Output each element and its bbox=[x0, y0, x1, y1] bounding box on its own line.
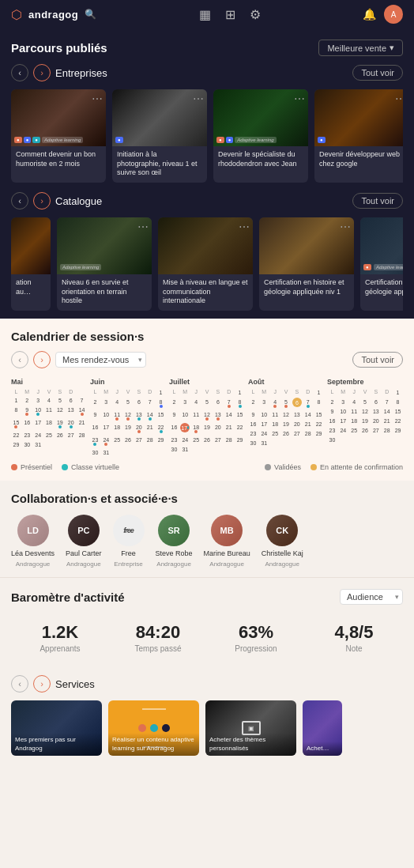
calendar-filter-select[interactable]: Mes rendez-vous bbox=[55, 352, 146, 368]
card-more-icon[interactable]: ⋯ bbox=[193, 92, 204, 105]
catalogue-label: Catalogue bbox=[55, 195, 102, 207]
tout-voir-entreprises[interactable]: Tout voir bbox=[352, 65, 403, 81]
collab-name: Christelle Kaj bbox=[262, 549, 303, 557]
card-more-icon[interactable]: ⋯ bbox=[239, 221, 250, 233]
legend-dot-virtuelle bbox=[62, 464, 68, 470]
avatar[interactable]: A bbox=[384, 5, 403, 24]
collab-avatar: CK bbox=[266, 515, 298, 546]
card-title: Devenir le spécialiste du rhododendron a… bbox=[218, 150, 303, 168]
card-title: Certification en histoire et géologie ap… bbox=[264, 278, 349, 296]
service-card-label: Achet… bbox=[303, 742, 342, 756]
calendar-filter-left: ‹ › Mes rendez-vous ▾ bbox=[11, 351, 146, 368]
card-item[interactable]: Mise à niveau en langue et communication… bbox=[158, 217, 253, 311]
entreprises-nav: ‹ › Entreprises Tout voir bbox=[11, 64, 403, 81]
collab-logo-container: free bbox=[113, 515, 145, 546]
service-card[interactable]: Réaliser un contenu adaptive learning su… bbox=[108, 700, 199, 756]
service-card[interactable]: Mes premiers pas sur Andragog bbox=[11, 700, 102, 756]
barometre-dropdown[interactable]: Audience bbox=[340, 589, 403, 605]
card-item[interactable]: ● ● Adaptive learning Devenir le spécial… bbox=[213, 89, 308, 183]
notification-icon[interactable]: 🔔 bbox=[363, 8, 376, 21]
collab-item[interactable]: LD Léa Desvents Andragogue bbox=[11, 515, 55, 568]
collab-avatar: SR bbox=[158, 515, 190, 546]
cal-nav-next[interactable]: › bbox=[33, 351, 51, 368]
collab-role: Entreprise bbox=[114, 560, 142, 568]
cal-nav-prev[interactable]: ‹ bbox=[11, 351, 28, 368]
service-card[interactable]: Achet… bbox=[303, 700, 342, 756]
collab-item[interactable]: MB Marine Bureau Andragogue bbox=[204, 515, 250, 568]
services-cards-row: Mes premiers pas sur Andragog Réaliser u… bbox=[11, 700, 403, 756]
qr-icon[interactable]: ⊞ bbox=[225, 7, 235, 22]
services-nav: ‹ › Services bbox=[11, 675, 403, 693]
collab-name: Free bbox=[121, 549, 136, 557]
collaborations-row: LD Léa Desvents Andragogue PC Paul Carte… bbox=[11, 515, 403, 568]
collab-name: Léa Desvents bbox=[11, 549, 55, 557]
card-more-icon[interactable]: ⋯ bbox=[137, 221, 149, 233]
month-mai: Mai L M J V S D 1 2 3 4 5 6 7 8 9 10 11 bbox=[11, 378, 87, 457]
collab-item[interactable]: PC Paul Carter Andragogue bbox=[66, 515, 102, 568]
nav-next-services[interactable]: › bbox=[33, 675, 51, 693]
card-item[interactable]: ation au… bbox=[11, 217, 51, 311]
card-item[interactable]: ● Adaptive learning Certification en his… bbox=[360, 217, 403, 311]
catalogue-cards-row: ation au… Adaptive learning Niveau 6 en … bbox=[11, 217, 403, 311]
collab-item[interactable]: SR Steve Robe Andragogue bbox=[156, 515, 193, 568]
service-card-label: Acheter des thèmes personnalisés bbox=[205, 733, 296, 756]
card-item[interactable]: ● Devenir développeur web chez google ⋯ bbox=[314, 89, 403, 183]
card-title: ation au… bbox=[16, 278, 46, 296]
card-more-icon[interactable]: ⋯ bbox=[340, 221, 351, 233]
card-more-icon[interactable]: ⋯ bbox=[395, 92, 403, 105]
nav-prev-catalogue[interactable]: ‹ bbox=[11, 192, 28, 209]
app-header: ⬡ andragog 🔍 ▦ ⊞ ⚙ 🔔 A bbox=[0, 0, 414, 28]
month-juillet: Juillet L M J V S D 1 2 3 4 5 6 7 8 9 10… bbox=[169, 378, 245, 457]
baro-value: 63% bbox=[210, 622, 302, 643]
parcours-title: Parcours publiés bbox=[11, 41, 107, 55]
baro-label: Apprenants bbox=[14, 644, 106, 653]
legend-attente: En attente de confirmation bbox=[310, 463, 403, 471]
collab-avatar: LD bbox=[17, 515, 49, 546]
month-aout: Août L M J V S D 1 2 3 4 5 6 7 8 9 10 11… bbox=[248, 378, 324, 457]
grid-icon[interactable]: ▦ bbox=[199, 7, 211, 22]
legend-dot-presentiel bbox=[11, 464, 17, 470]
settings-icon[interactable]: ⚙ bbox=[250, 7, 261, 22]
collab-role: Andragogue bbox=[16, 560, 51, 568]
nav-next-entreprises[interactable]: › bbox=[33, 64, 51, 81]
card-more-icon[interactable]: ⋯ bbox=[92, 92, 103, 105]
card-more-icon[interactable]: ⋯ bbox=[294, 92, 305, 105]
card-item[interactable]: Certification en histoire et géologie ap… bbox=[259, 217, 354, 311]
nav-next-catalogue[interactable]: › bbox=[33, 192, 51, 209]
nav-prev-entreprises[interactable]: ‹ bbox=[11, 64, 28, 81]
service-card[interactable]: ▣ Acheter des thèmes personnalisés bbox=[205, 700, 296, 756]
tout-voir-calendrier[interactable]: Tout voir bbox=[352, 352, 403, 368]
barometre-section: Baromètre d'activité Audience ▾ 1.2K App… bbox=[0, 577, 414, 669]
barometre-stats: 1.2K Apprenants 84:20 Temps passé 63% Pr… bbox=[11, 616, 403, 659]
collaborations-title: Collaboration·s et associé·e·s bbox=[11, 492, 178, 505]
baro-stat-apprenants: 1.2K Apprenants bbox=[11, 616, 109, 659]
month-septembre: Septembre L M J V S D 1 2 3 4 5 6 7 8 9 … bbox=[327, 378, 403, 457]
parcours-dropdown[interactable]: Meilleure vente ▾ bbox=[318, 40, 403, 56]
nav-prev-services[interactable]: ‹ bbox=[11, 675, 28, 693]
tout-voir-catalogue[interactable]: Tout voir bbox=[352, 193, 403, 209]
month-juin: Juin L M J V S D 1 2 3 4 5 6 7 8 9 10 11… bbox=[90, 378, 166, 457]
header-nav: ▦ ⊞ ⚙ bbox=[199, 7, 261, 22]
calendar-filter: ‹ › Mes rendez-vous ▾ Tout voir bbox=[11, 351, 403, 368]
card-title: Mise à niveau en langue et communication… bbox=[163, 278, 248, 306]
collab-avatar: MB bbox=[211, 515, 243, 546]
collab-role: Andragogue bbox=[209, 560, 244, 568]
service-card-label: Réaliser un contenu adaptive learning su… bbox=[108, 733, 199, 756]
card-item[interactable]: ● ● ● Adaptive learning Comment devenir … bbox=[11, 89, 106, 183]
barometre-header: Baromètre d'activité Audience ▾ bbox=[11, 589, 403, 605]
card-title: Niveau 6 en survie et orientation en ter… bbox=[62, 278, 147, 306]
collab-item[interactable]: free Free Entreprise bbox=[113, 515, 145, 568]
baro-value: 4,8/5 bbox=[308, 622, 400, 643]
service-card-label: Mes premiers pas sur Andragog bbox=[11, 733, 102, 756]
card-item[interactable]: Adaptive learning Niveau 6 en survie et … bbox=[57, 217, 152, 311]
parcours-header: Parcours publiés Meilleure vente ▾ bbox=[11, 40, 403, 56]
collab-item[interactable]: CK Christelle Kaj Andragogue bbox=[262, 515, 303, 568]
calendrier-section: Calendrier de session·s ‹ › Mes rendez-v… bbox=[0, 319, 414, 481]
barometre-title: Baromètre d'activité bbox=[11, 591, 125, 604]
card-title: Certification en histoire et géologie ap… bbox=[365, 278, 403, 296]
card-item[interactable]: ● Initiation à la photographie, niveau 1… bbox=[112, 89, 207, 183]
services-section: ‹ › Services Mes premiers pas sur Andrag… bbox=[0, 669, 414, 767]
collab-avatar: PC bbox=[68, 515, 100, 546]
baro-value: 84:20 bbox=[112, 622, 204, 643]
search-icon[interactable]: 🔍 bbox=[85, 9, 96, 20]
